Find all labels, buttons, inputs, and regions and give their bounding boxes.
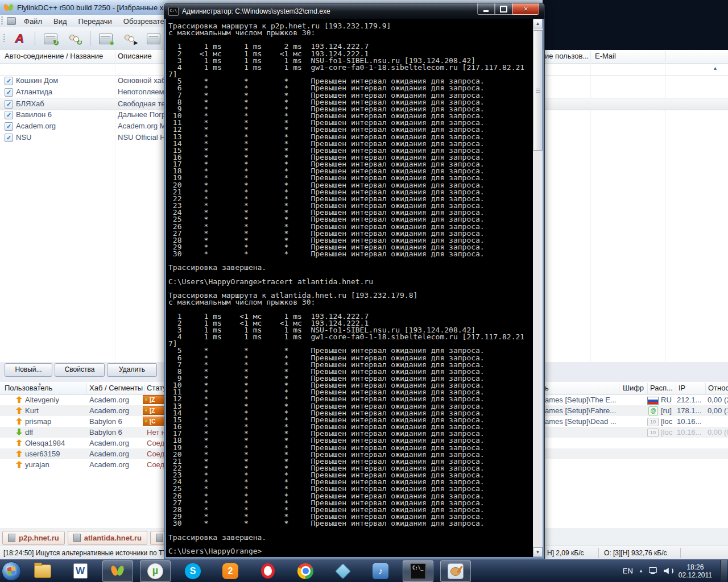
ip-address: 212.1...: [677, 396, 704, 404]
col-hub[interactable]: Хаб / Сегменты: [89, 384, 143, 392]
hub-name: Кошкин Дом: [16, 76, 58, 85]
quick-connect-button[interactable]: ▸: [118, 29, 141, 48]
upload-arrow-icon: [16, 461, 22, 468]
upload-arrow-icon: [16, 396, 22, 403]
show-desktop-button[interactable]: [720, 560, 727, 582]
status-text: Соед: [147, 439, 164, 447]
autoconnect-checkbox[interactable]: ✓: [5, 77, 13, 85]
col-user[interactable]: Пользователь: [5, 384, 52, 392]
maximize-button[interactable]: [495, 3, 512, 15]
tab-atlantida-hnet-ru[interactable]: atlantida.hnet.ru: [68, 531, 147, 545]
scroll-up-arrow[interactable]: ▲: [533, 19, 543, 28]
music-taskbar-button[interactable]: [365, 560, 396, 582]
windows-orb-icon: [2, 562, 21, 581]
cmd-taskbar-button[interactable]: [403, 560, 433, 582]
col-description[interactable]: Описание: [118, 52, 152, 60]
upload-arrow-icon: [16, 439, 22, 446]
status-dot-icon: [145, 398, 147, 401]
music-icon: [373, 563, 388, 579]
internet-hubs-button[interactable]: ●: [94, 29, 117, 48]
autoconnect-checkbox[interactable]: ✓: [5, 88, 13, 97]
autoconnect-checkbox[interactable]: ✓: [5, 122, 13, 131]
col-cipher[interactable]: Шифр: [623, 384, 644, 392]
public-hubs-button[interactable]: [142, 29, 165, 48]
2gis-taskbar-button[interactable]: [215, 560, 246, 582]
remove-button[interactable]: Удалить: [107, 363, 157, 377]
status-text: Соед: [147, 460, 164, 469]
console-output[interactable]: Трассировка маршрута к p2p.hnet.ru [193.…: [166, 19, 543, 557]
user-name: dff: [25, 428, 85, 436]
console-text: Трассировка маршрута к p2p.hnet.ru [193.…: [168, 23, 524, 555]
new-button[interactable]: Новый...: [5, 363, 52, 377]
autoconnect-checkbox[interactable]: ✓: [5, 134, 13, 142]
clock[interactable]: 18:26 02.12.2011: [679, 563, 712, 579]
chrome-taskbar-button[interactable]: [290, 560, 321, 582]
cube-icon: [335, 563, 351, 579]
menu-file[interactable]: Файл: [18, 16, 48, 27]
flylinkdc-taskbar-button[interactable]: [102, 560, 133, 582]
col-email[interactable]: E-Mail: [595, 52, 616, 60]
volume-icon[interactable]: [664, 567, 673, 575]
col-user-limit[interactable]: ие пользов...: [545, 52, 589, 60]
user-name: Olesqa1984: [25, 439, 85, 447]
col-autoconnect-name[interactable]: Авто-соединение / Название: [5, 52, 103, 60]
autoconnect-checkbox[interactable]: ✓: [5, 111, 13, 119]
network-icon[interactable]: [649, 567, 658, 575]
reconnect-hub-button[interactable]: ↻: [39, 29, 62, 48]
favorite-users-button[interactable]: ↻: [63, 29, 86, 48]
utorrent-taskbar-button[interactable]: [140, 560, 171, 582]
hub-description: Непотопляема: [118, 88, 168, 96]
language-indicator[interactable]: EN: [623, 567, 633, 575]
col-location[interactable]: Расп...: [650, 384, 673, 392]
cmd-titlebar[interactable]: C:\ Администратор: C:\Windows\system32\c…: [164, 3, 544, 19]
ip-address: 10.16...: [677, 417, 704, 426]
start-button[interactable]: [0, 560, 23, 582]
explorer-taskbar-button[interactable]: [27, 560, 58, 582]
box-10-icon: 10: [647, 418, 659, 426]
opera-icon: [261, 563, 275, 579]
status-text: Нет н: [147, 428, 166, 436]
menu-transfers[interactable]: Передачи: [73, 16, 118, 27]
at-sign-icon: @: [648, 406, 658, 415]
utorrent-icon: [147, 563, 163, 579]
file-path: ames [Setup]\Dead ...: [545, 417, 617, 426]
public-hubs-icon: [147, 34, 160, 44]
file-path: ames [Setup]\Fahre...: [545, 406, 617, 415]
cmd-window: C:\ Администратор: C:\Windows\system32\c…: [164, 3, 545, 559]
menu-view[interactable]: Вид: [48, 16, 73, 27]
toolbar-separator: [35, 31, 35, 46]
col-path[interactable]: ь: [545, 384, 549, 392]
properties-button[interactable]: Свойства: [55, 363, 105, 377]
hidden-icons-arrow[interactable]: ▲: [639, 568, 643, 573]
group-collapse-icon[interactable]: ▲: [713, 65, 718, 71]
skype-taskbar-button[interactable]: [177, 560, 208, 582]
tab-label: atlantida.hnet.ru: [84, 534, 142, 542]
status-dot-icon: [145, 420, 147, 422]
col-ip[interactable]: IP: [679, 384, 685, 392]
col-ratio[interactable]: Относ: [708, 384, 728, 392]
opera-taskbar-button[interactable]: [253, 560, 283, 582]
scroll-down-arrow[interactable]: ▼: [533, 547, 543, 557]
user-name: user63159: [25, 450, 85, 458]
paint-taskbar-button[interactable]: [440, 560, 471, 582]
toolbar-separator: [90, 31, 90, 46]
tray-date: 02.12.2011: [679, 571, 712, 579]
tab-p2p-hnet-ru[interactable]: p2p.hnet.ru: [2, 531, 65, 545]
scrollbar-thumb[interactable]: [533, 30, 543, 151]
word-taskbar-button[interactable]: [65, 560, 96, 582]
hub-name: NSU: [16, 133, 31, 142]
minimize-button[interactable]: [477, 3, 495, 15]
cube-taskbar-button[interactable]: [328, 560, 358, 582]
2gis-icon: [222, 563, 238, 579]
hub-name: Babylon 6: [89, 417, 143, 426]
scrollbar[interactable]: ▲ ▼: [533, 19, 543, 557]
close-button[interactable]: ×: [512, 3, 539, 15]
app-logo-icon: A: [15, 31, 24, 46]
app-logo-button[interactable]: A: [8, 29, 31, 48]
flag-ru-icon: [647, 397, 659, 405]
window-title: FlylinkDC++ r500 build 7250 - [Избранные…: [17, 3, 179, 12]
upload-arrow-icon: [16, 407, 22, 414]
autoconnect-checkbox[interactable]: ✓: [5, 100, 13, 109]
explorer-icon: [34, 564, 51, 578]
status-text: Соед: [147, 450, 164, 458]
